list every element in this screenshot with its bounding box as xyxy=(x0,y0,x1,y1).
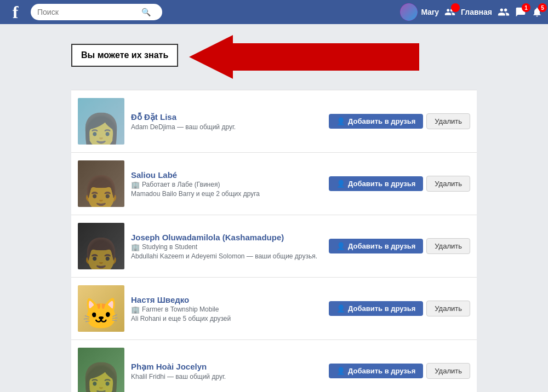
person-actions: 👤 Добавить в друзья Удалить xyxy=(329,301,470,316)
person-meta-work: 🏢 Farmer в Township Mobile xyxy=(131,305,322,314)
person-name[interactable]: Saliou Labé xyxy=(131,170,177,180)
avatar xyxy=(400,3,418,21)
section-title-text: Вы можете их знать xyxy=(81,50,168,60)
message-badge: 1 xyxy=(522,3,530,12)
facebook-logo[interactable]: f xyxy=(5,2,25,22)
delete-button[interactable]: Удалить xyxy=(426,363,470,379)
add-icon: 👤 xyxy=(336,180,345,188)
person-info: Đỗ Đặt Lisa Adam DeDjima — ваш общий дру… xyxy=(131,112,322,131)
add-label: Добавить в друзья xyxy=(348,304,415,313)
person-mutual: Abdullahi Kazeem и Adeyemi Solomon — ваш… xyxy=(131,252,322,260)
person-info: Joseph Oluwadamilola (Kashamadupe) 🏢 Stu… xyxy=(131,233,322,260)
add-friend-button[interactable]: 👤 Добавить в друзья xyxy=(329,114,423,129)
person-work: Farmer в Township Mobile xyxy=(142,305,219,313)
person-photo[interactable]: 👩 xyxy=(78,348,124,392)
people-icon[interactable] xyxy=(498,6,510,18)
person-info: Phạm Hoài Jocelyn Khalil Fridhi — ваш об… xyxy=(131,362,322,381)
person-meta-work: 🏢 Studying в Student xyxy=(131,243,322,251)
add-icon: 👤 xyxy=(336,367,345,375)
person-actions: 👤 Добавить в друзья Удалить xyxy=(329,363,470,379)
persons-list: 👩 Đỗ Đặt Lisa Adam DeDjima — ваш общий д… xyxy=(71,90,477,392)
person-photo[interactable]: 🐱 xyxy=(78,285,124,332)
add-icon: 👤 xyxy=(336,242,345,250)
building-icon: 🏢 xyxy=(131,305,140,314)
person-actions: 👤 Добавить в друзья Удалить xyxy=(329,238,470,254)
messages-icon[interactable]: 1 xyxy=(515,7,526,18)
person-mutual: Adam DeDjima — ваш общий друг. xyxy=(131,123,322,131)
notification-badge: 5 xyxy=(538,3,547,12)
add-friend-button[interactable]: 👤 Добавить в друзья xyxy=(329,239,423,253)
add-label: Добавить в друзья xyxy=(348,117,415,125)
person-photo[interactable]: 👩 xyxy=(78,98,124,145)
search-input[interactable] xyxy=(37,8,141,16)
photo-silhouette: 👩 xyxy=(81,111,122,145)
add-friend-button[interactable]: 👤 Добавить в друзья xyxy=(329,301,423,316)
navbar-right: Mary Главная 1 5 xyxy=(400,3,543,21)
person-work: Работает в Лабе (Гвинея) xyxy=(142,181,220,188)
arrow-pointer xyxy=(178,35,419,79)
home-link[interactable]: Главная xyxy=(461,8,492,16)
section-title: Вы можете их знать xyxy=(71,44,178,67)
person-actions: 👤 Добавить в друзья Удалить xyxy=(329,113,470,129)
section-header-row: Вы можете их знать xyxy=(71,35,477,79)
navbar: f 🔍 Mary Главная 1 5 xyxy=(0,0,548,24)
person-info: Saliou Labé 🏢 Работает в Лабе (Гвинея) M… xyxy=(131,170,322,198)
photo-silhouette: 👨 xyxy=(81,174,122,207)
delete-button[interactable]: Удалить xyxy=(426,238,470,254)
search-icon: 🔍 xyxy=(141,8,151,16)
building-icon: 🏢 xyxy=(131,243,140,251)
add-label: Добавить в друзья xyxy=(348,367,415,375)
person-card: 👩 Phạm Hoài Jocelyn Khalil Fridhi — ваш … xyxy=(71,340,477,392)
cat-icon: 🐱 xyxy=(82,296,120,332)
search-bar[interactable]: 🔍 xyxy=(31,4,162,20)
friend-requests-icon[interactable] xyxy=(444,7,455,18)
notifications-icon[interactable]: 5 xyxy=(532,7,543,18)
add-icon: 👤 xyxy=(336,117,345,125)
person-photo[interactable]: 👨 xyxy=(78,160,124,207)
person-name[interactable]: Настя Шведко xyxy=(131,295,189,304)
person-card: 👨 Joseph Oluwadamilola (Kashamadupe) 🏢 S… xyxy=(71,215,477,278)
photo-silhouette: 👩 xyxy=(81,361,122,392)
person-mutual: Ali Rohani и еще 5 общих друзей xyxy=(131,315,322,322)
person-card: 👨 Saliou Labé 🏢 Работает в Лабе (Гвинея)… xyxy=(71,153,477,215)
user-name: Mary xyxy=(421,8,439,16)
svg-marker-1 xyxy=(189,35,419,79)
add-friend-button[interactable]: 👤 Добавить в друзья xyxy=(329,364,423,378)
logo-letter: f xyxy=(13,2,19,22)
add-friend-button[interactable]: 👤 Добавить в друзья xyxy=(329,176,423,191)
person-info: Настя Шведко 🏢 Farmer в Township Mobile … xyxy=(131,295,322,322)
delete-button[interactable]: Удалить xyxy=(426,113,470,129)
person-work: Studying в Student xyxy=(142,243,197,251)
main-content: Вы можете их знать 👩 Đỗ Đặt Lisa Adam De… xyxy=(66,30,482,392)
building-icon: 🏢 xyxy=(131,181,140,189)
person-name[interactable]: Đỗ Đặt Lisa xyxy=(131,112,176,122)
person-card: 👩 Đỗ Đặt Lisa Adam DeDjima — ваш общий д… xyxy=(71,90,477,153)
add-label: Добавить в друзья xyxy=(348,180,415,188)
person-mutual: Khalil Fridhi — ваш общий друг. xyxy=(131,373,322,381)
avatar-image xyxy=(400,3,418,21)
person-name[interactable]: Phạm Hoài Jocelyn xyxy=(131,362,207,371)
add-icon: 👤 xyxy=(336,304,345,313)
person-name[interactable]: Joseph Oluwadamilola (Kashamadupe) xyxy=(131,233,284,242)
friend-request-badge xyxy=(451,3,460,12)
delete-button[interactable]: Удалить xyxy=(426,301,470,316)
delete-button[interactable]: Удалить xyxy=(426,176,470,192)
person-meta-work: 🏢 Работает в Лабе (Гвинея) xyxy=(131,181,322,189)
person-mutual: Mamadou Bailo Barry и еще 2 общих друга xyxy=(131,190,322,198)
user-section[interactable]: Mary xyxy=(400,3,439,21)
person-actions: 👤 Добавить в друзья Удалить xyxy=(329,176,470,192)
person-card: 🐱 Настя Шведко 🏢 Farmer в Township Mobil… xyxy=(71,278,477,340)
add-label: Добавить в друзья xyxy=(348,242,415,250)
person-photo[interactable]: 👨 xyxy=(78,223,124,269)
photo-silhouette: 👨 xyxy=(81,236,122,269)
